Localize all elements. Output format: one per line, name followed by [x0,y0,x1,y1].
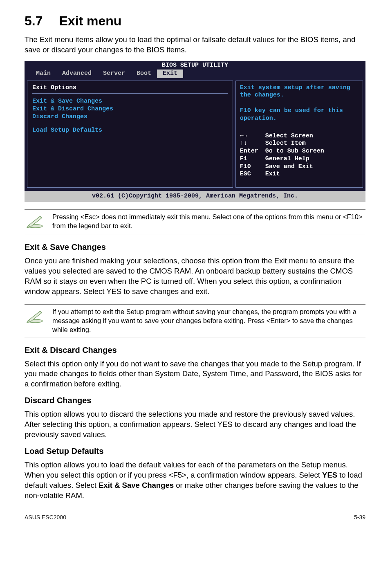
bios-option-exit-discard: Exit & Discard Changes [32,105,228,113]
body-discard: This option allows you to discard the se… [25,409,365,440]
spacer [240,178,359,184]
bios-option-exit-save: Exit & Save Changes [32,98,228,105]
bios-legend-val: General Help [265,155,309,163]
bios-tab-server: Server [97,70,131,78]
body-exit-save: Once you are finished making your select… [25,256,365,297]
section-title: 5.7Exit menu [25,12,365,30]
rule [25,234,365,234]
bios-tab-exit: Exit [157,70,183,78]
bios-legend-row: ESCExit [240,171,359,178]
bios-legend-row: ←→Select Screen [240,132,359,140]
bios-legend-key: ↑↓ [240,140,265,148]
bios-utility-screenshot: BIOS SETUP UTILITY Main Advanced Server … [25,61,365,202]
pencil-icon [26,212,44,231]
bios-legend-row: ↑↓Select Item [240,140,359,148]
heading-discard: Discard Changes [25,395,365,406]
bios-divider [32,93,228,94]
bios-legend-val: Exit [265,171,280,178]
bios-option-discard: Discard Changes [32,113,228,121]
bold-exit-save: Exit & Save Changes [99,481,174,489]
bios-options-label: Exit Options [32,84,228,93]
rule [25,304,365,305]
bios-tab-boot: Boot [131,70,157,78]
bios-legend-key: F10 [240,163,265,171]
bios-tab-bar: Main Advanced Server Boot Exit [25,70,365,79]
bios-legend-row: EnterGo to Sub Screen [240,148,359,155]
bios-legend-val: Go to Sub Screen [265,148,324,155]
intro-paragraph: The Exit menu items allow you to load th… [25,35,365,55]
bios-legend-val: Save and Exit [265,163,313,171]
bios-legend-key: ESC [240,171,265,178]
note-esc: Pressing <Esc> does not immediately exit… [25,212,365,231]
spacer [32,134,228,171]
bios-tab-main: Main [30,70,56,78]
bios-option-load-defaults: Load Setup Defaults [32,127,228,135]
bios-legend-key: Enter [240,148,265,155]
pencil-icon [26,307,44,326]
bios-legend: ←→Select Screen ↑↓Select Item EnterGo to… [240,132,359,179]
note-text: If you attempt to exit the Setup program… [52,307,364,334]
footer-left: ASUS ESC2000 [25,514,66,521]
bios-legend-key: ←→ [240,132,265,140]
rule [25,337,365,337]
bios-legend-val: Select Item [265,140,306,148]
bios-legend-key: F1 [240,155,265,163]
bios-title: BIOS SETUP UTILITY [25,61,365,70]
heading-exit-discard: Exit & Discard Changes [25,345,365,356]
bios-help-text: Exit system setup after saving the chang… [240,84,359,132]
bios-left-pane: Exit Options Exit & Save Changes Exit & … [27,81,233,188]
note-save-prompt: If you attempt to exit the Setup program… [25,307,365,334]
spacer [32,121,228,127]
text: This option allows you to load the defau… [25,460,348,479]
heading-exit-save: Exit & Save Changes [25,242,365,253]
bios-footer: v02.61 (C)Copyright 1985-2009, American … [25,191,365,202]
bios-tab-advanced: Advanced [56,70,97,78]
body-load-defaults: This option allows you to load the defau… [25,460,365,501]
section-name: Exit menu [59,13,121,28]
page-footer: ASUS ESC2000 5-39 [25,511,365,521]
heading-load-defaults: Load Setup Defaults [25,446,365,457]
bios-legend-val: Select Screen [265,132,313,140]
body-exit-discard: Select this option only if you do not wa… [25,359,365,390]
footer-right: 5-39 [354,514,365,521]
bold-yes: YES [322,471,337,479]
bios-body: Exit Options Exit & Save Changes Exit & … [25,79,365,191]
rule [25,209,365,210]
section-number: 5.7 [25,12,43,30]
note-text: Pressing <Esc> does not immediately exit… [52,212,364,231]
bios-legend-row: F10Save and Exit [240,163,359,171]
bios-right-pane: Exit system setup after saving the chang… [235,81,363,188]
bios-legend-row: F1General Help [240,155,359,163]
